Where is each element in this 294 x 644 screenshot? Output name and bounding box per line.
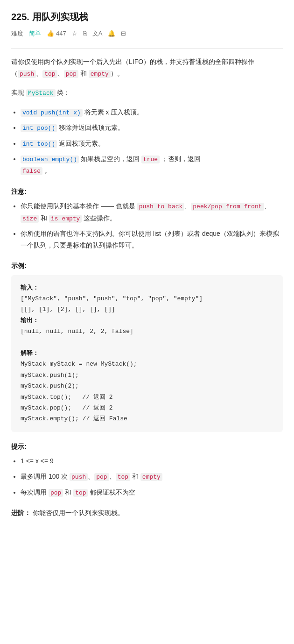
method-top: int top() 返回栈顶元素。 — [21, 138, 283, 149]
divider-1 — [11, 48, 283, 49]
note-1-suffix: 这些操作。 — [82, 214, 116, 222]
hint-2-prefix: 最多调用 100 次 — [21, 473, 70, 480]
desc-code-pop: pop — [64, 70, 78, 78]
code-line-5-text: myStack.pop(); // 返回 2 — [21, 404, 113, 411]
hint-top-code2: top — [73, 489, 88, 497]
hint-empty-code: empty — [140, 473, 162, 481]
input-line-1: ["MyStack", "push", "push", "top", "pop"… — [21, 295, 203, 302]
desc-text-5: ）。 — [111, 70, 124, 77]
hint-1: 1 <= x <= 9 — [21, 455, 283, 467]
share-icon[interactable]: ⎘ — [83, 29, 87, 39]
like-section: 👍 447 — [47, 29, 66, 39]
hint-sep2: 、 — [109, 473, 116, 480]
note-peek-pop: peek/pop from front — [191, 203, 264, 211]
hint-section: 提示: 1 <= x <= 9 最多调用 100 次 push、pop、top … — [11, 441, 283, 498]
difficulty-value: 简单 — [29, 29, 41, 39]
like-count-value: 447 — [56, 29, 66, 39]
note-is-empty: is empty — [49, 215, 82, 223]
hint-1-text: 1 <= x <= 9 — [21, 457, 54, 465]
method-top-sig: int top() — [21, 140, 57, 148]
example-section: 示例: 输入： ["MyStack", "push", "push", "top… — [11, 261, 283, 432]
implement-intro: 实现 MyStack 类： — [11, 87, 283, 99]
note-and: 和 — [39, 214, 49, 222]
mystack-class: MyStack — [26, 89, 56, 97]
desc-code-top: top — [42, 70, 57, 78]
method-push: void push(int x) 将元素 x 压入栈顶。 — [21, 106, 283, 118]
false-code: false — [21, 167, 42, 175]
example-content: 输入： ["MyStack", "push", "push", "top", "… — [21, 283, 273, 425]
code-line-3: myStack.push(2); — [21, 382, 79, 389]
problem-title: 225. 用队列实现栈 — [11, 9, 283, 24]
method-pop-sig: int pop() — [21, 124, 57, 132]
hint-3-suffix: 都保证栈不为空 — [88, 488, 135, 496]
example-title: 示例: — [11, 261, 283, 271]
star-icon[interactable]: ☆ — [72, 29, 77, 39]
code-line-6: myStack.empty(); // 返回 False — [21, 415, 127, 422]
note-1: 你只能使用队列的基本操作 —— 也就是 push to back、peek/po… — [21, 200, 283, 224]
advanced-section: 进阶： 你能否仅用一个队列来实现栈。 — [11, 508, 283, 518]
hint-pop-code2: pop — [49, 489, 63, 497]
explain-label: 解释： — [21, 350, 39, 357]
hint-pop-code: pop — [94, 473, 109, 481]
translate-icon[interactable]: 文A — [92, 29, 103, 39]
hint-and2: 和 — [63, 488, 73, 496]
note-size: size — [21, 215, 39, 223]
hint-push-code: push — [70, 473, 88, 481]
bookmark-icon[interactable]: ⊟ — [121, 29, 126, 39]
problem-number: 225. — [11, 12, 29, 22]
problem-title-text: 用队列实现栈 — [32, 12, 88, 22]
meta-row: 难度 简单 👍 447 ☆ ⎘ 文A 🔔 ⊟ — [11, 29, 283, 39]
code-line-6-text: myStack.empty(); // 返回 False — [21, 415, 127, 422]
hint-2: 最多调用 100 次 push、pop、top 和 empty — [21, 471, 283, 482]
true-code: true — [141, 156, 160, 163]
problem-description: 请你仅使用两个队列实现一个后入先出（LIFO）的栈，并支持普通栈的全部四种操作（… — [11, 56, 283, 80]
advanced-content: 你能否仅用一个队列来实现栈。 — [33, 509, 124, 517]
note-2: 你所使用的语言也许不支持队列。你可以使用 list（列表）或者 deque（双端… — [21, 228, 283, 251]
example-box: 输入： ["MyStack", "push", "push", "top", "… — [11, 275, 283, 432]
code-line-2: myStack.push(1); — [21, 372, 79, 379]
hint-title: 提示: — [11, 441, 283, 452]
code-line-4: myStack.top(); // 返回 2 — [21, 394, 113, 401]
code-line-4-text: myStack.top(); // 返回 2 — [21, 394, 113, 401]
hint-top-code: top — [116, 473, 130, 481]
method-empty-sig: boolean empty() — [21, 156, 79, 163]
implement-label2: 类： — [56, 89, 70, 96]
hint-sep1: 、 — [88, 473, 94, 480]
difficulty-label: 难度 — [11, 29, 23, 39]
note-sep1: 、 — [184, 202, 191, 210]
code-line-5: myStack.pop(); // 返回 2 — [21, 404, 113, 411]
output-value: [null, null, null, 2, 2, false] — [21, 328, 133, 335]
note-push-to-back: push to back — [137, 203, 185, 211]
advanced-label: 进阶： — [11, 509, 31, 517]
notes-list: 你只能使用队列的基本操作 —— 也就是 push to back、peek/po… — [11, 200, 283, 251]
hint-3-text: 每次调用 — [21, 488, 49, 496]
note-1-text: 你只能使用队列的基本操作 —— 也就是 — [21, 202, 137, 210]
input-line-2: [[], [1], [2], [], [], []] — [21, 306, 115, 313]
thumb-up-icon[interactable]: 👍 — [47, 29, 54, 39]
note-sep2: 、 — [264, 202, 271, 210]
hint-and: 和 — [130, 473, 140, 480]
hint-3: 每次调用 pop 和 top 都保证栈不为空 — [21, 487, 283, 498]
bell-icon[interactable]: 🔔 — [108, 29, 115, 39]
input-label: 输入： — [21, 284, 39, 291]
implement-label: 实现 — [11, 89, 26, 96]
output-label: 输出： — [21, 317, 39, 324]
method-push-sig: void push(int x) — [21, 109, 83, 117]
hints-list: 1 <= x <= 9 最多调用 100 次 push、pop、top 和 em… — [11, 455, 283, 498]
note-title: 注意: — [11, 186, 283, 197]
desc-code-empty: empty — [89, 70, 111, 78]
methods-list: void push(int x) 将元素 x 压入栈顶。 int pop() 移… — [11, 106, 283, 177]
method-empty: boolean empty() 如果栈是空的，返回 true ；否则，返回 fa… — [21, 153, 283, 177]
method-pop: int pop() 移除并返回栈顶元素。 — [21, 122, 283, 134]
desc-code-push: push — [18, 70, 36, 78]
desc-sep-2: 、 — [57, 70, 64, 77]
desc-sep-1: 、 — [36, 70, 42, 77]
desc-text-4: 和 — [78, 70, 89, 77]
advanced-text: 进阶： 你能否仅用一个队列来实现栈。 — [11, 508, 283, 518]
code-line-1: MyStack myStack = new MyStack(); — [21, 361, 137, 368]
note-section: 注意: 你只能使用队列的基本操作 —— 也就是 push to back、pee… — [11, 186, 283, 252]
